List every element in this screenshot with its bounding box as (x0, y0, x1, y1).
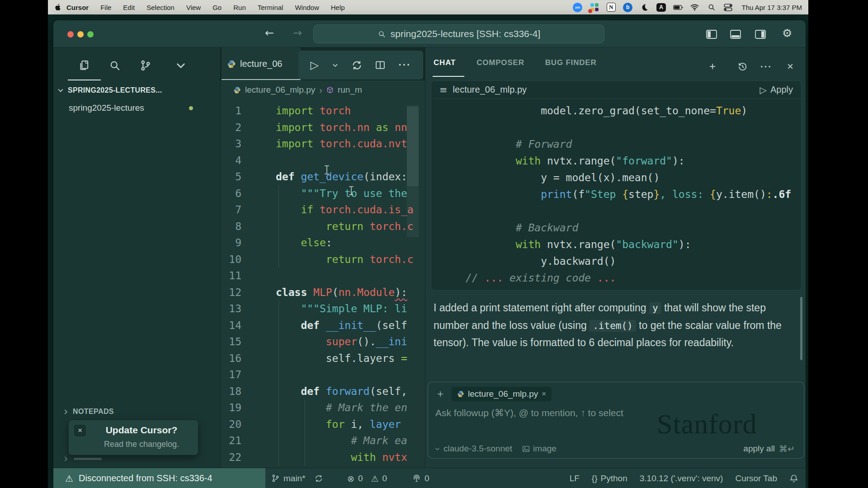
split-editor-icon[interactable] (375, 60, 385, 70)
code-line-21[interactable]: 21# Mark ea (221, 432, 425, 449)
more-views-chevron-icon[interactable] (174, 58, 188, 73)
editor-scrollbar-thumb[interactable] (407, 107, 419, 186)
search-activity-icon[interactable] (108, 58, 122, 73)
toggle-primary-sidebar-icon[interactable] (706, 29, 717, 40)
navigate-forward-button[interactable]: → (293, 27, 302, 39)
cursor-tab-item[interactable]: Cursor Tab (735, 474, 777, 483)
code-line-9[interactable]: 9else: (221, 235, 425, 251)
menu-item-selection[interactable]: Selection (146, 4, 175, 11)
navigate-back-button[interactable]: ← (265, 27, 274, 39)
run-options-chevron-icon[interactable] (332, 62, 339, 69)
chat-input-placeholder[interactable]: Ask followup (⌘Y), @ to mention, ↑ to se… (435, 408, 623, 418)
menu-item-window[interactable]: Window (295, 4, 319, 11)
apple-menu-icon[interactable] (54, 3, 62, 12)
chat-input-box[interactable]: + lecture_06_mlp.py × Ask followup (⌘Y),… (428, 382, 804, 459)
window-minimize-button[interactable] (77, 31, 84, 38)
forwarded-ports-item[interactable]: 0 (412, 468, 429, 488)
code-line-7[interactable]: 7if torch.cuda.is_a (221, 202, 425, 218)
blue-b-app-icon[interactable]: b (623, 2, 633, 12)
chat-close-icon[interactable]: × (784, 61, 796, 72)
run-python-file-icon[interactable]: ▷ (311, 59, 319, 71)
code-line-22[interactable]: 22with nvtx (221, 449, 425, 466)
sync-changes-icon[interactable] (315, 474, 323, 483)
code-line-10[interactable]: 10return torch.c (221, 251, 425, 268)
command-center-search[interactable]: spring2025-lectures [SSH: cs336-4] (313, 24, 604, 43)
notion-icon[interactable]: N (606, 2, 616, 12)
code-line-3[interactable]: 3import torch.cuda.nvt (221, 136, 425, 152)
sidebar-section-collapsed[interactable] (62, 455, 102, 462)
input-source-icon[interactable]: A (656, 2, 666, 12)
menu-item-edit[interactable]: Edit (123, 4, 135, 11)
source-control-icon[interactable] (138, 58, 153, 73)
slack-icon[interactable] (590, 2, 599, 12)
code-line-18[interactable]: 18def forward(self, (221, 383, 425, 400)
spotlight-search-icon[interactable] (707, 2, 717, 12)
toggle-panel-icon[interactable] (730, 29, 741, 40)
menu-item-run[interactable]: Run (233, 4, 246, 11)
code-line-15[interactable]: 15super().__ini (221, 333, 425, 350)
git-branch-item[interactable]: main* (271, 468, 323, 488)
battery-icon[interactable] (673, 2, 683, 12)
focus-moon-icon[interactable] (640, 2, 650, 12)
menu-item-view[interactable]: View (186, 4, 201, 11)
window-close-button[interactable] (67, 31, 74, 38)
code-line-2[interactable]: 2import torch.nn as nn (221, 119, 425, 136)
new-chat-plus-icon[interactable]: + (707, 61, 718, 72)
toggle-secondary-sidebar-icon[interactable] (755, 29, 766, 40)
sidebar-section-notepads[interactable]: NOTEPADS (62, 408, 114, 416)
code-line-11[interactable]: 11 (221, 267, 425, 284)
model-selector[interactable]: claude-3.5-sonnet (434, 444, 512, 454)
code-line-8[interactable]: 8return torch.c (221, 218, 425, 235)
eol-indicator[interactable]: LF (570, 474, 580, 483)
menu-item-go[interactable]: Go (212, 4, 222, 11)
explorer-section-header[interactable]: SPRING2025-LECTURES... (57, 86, 162, 94)
menu-item-file[interactable]: File (100, 4, 111, 11)
tab-chat[interactable]: CHAT (434, 58, 456, 67)
apply-button[interactable]: ▷ Apply (760, 84, 793, 95)
tab-bug-finder[interactable]: BUG FINDER (545, 58, 597, 67)
add-context-plus-icon[interactable]: + (434, 388, 446, 400)
tab-composer[interactable]: COMPOSER (476, 58, 524, 67)
sidebar-item-project-folder[interactable]: spring2025-lectures (53, 102, 221, 114)
compare-changes-icon[interactable] (352, 60, 362, 70)
context-chip-remove-icon[interactable]: × (542, 389, 546, 399)
explorer-files-icon[interactable] (77, 58, 91, 73)
python-interpreter-item[interactable]: 3.10.12 ('.venv': venv) (640, 474, 723, 483)
breadcrumb-symbol[interactable]: run_m (338, 85, 362, 95)
code-line-17[interactable]: 17 (221, 366, 425, 383)
menu-item-terminal[interactable]: Terminal (258, 4, 283, 11)
code-editor[interactable]: 1import torch2import torch.nn as nn3impo… (221, 103, 425, 468)
code-line-4[interactable]: 4 (221, 152, 425, 169)
chat-history-icon[interactable] (736, 61, 748, 72)
language-mode-item[interactable]: {} Python (592, 474, 627, 483)
editor-more-actions-icon[interactable]: ··· (398, 59, 411, 71)
zoom-app-icon[interactable]: zm (573, 2, 583, 12)
notification-close-button[interactable]: × (74, 425, 86, 436)
problems-item[interactable]: ⊗ 0 ⚠ 0 (347, 468, 387, 488)
code-line-19[interactable]: 19# Mark the en (221, 399, 425, 416)
attach-image-button[interactable]: image (522, 444, 557, 454)
settings-gear-icon[interactable]: ⚙ (782, 28, 792, 39)
menubar-clock[interactable]: Thu Apr 17 3:37 PM (742, 4, 802, 11)
menu-item-help[interactable]: Help (331, 4, 345, 11)
control-center-icon[interactable] (723, 2, 733, 12)
code-line-12[interactable]: 12class MLP(nn.Module): (221, 284, 425, 301)
remote-status-item[interactable]: ⚠ Disconnected from SSH: cs336-4 (53, 468, 265, 488)
notifications-bell-icon[interactable] (789, 474, 798, 483)
code-line-13[interactable]: 13"""Simple MLP: li (221, 300, 425, 317)
code-line-1[interactable]: 1import torch (221, 103, 425, 119)
code-line-5[interactable]: 5def get_device(index: (221, 169, 425, 185)
code-line-16[interactable]: 16self.layers = (221, 350, 425, 367)
context-chip-file[interactable]: lecture_06_mlp.py × (452, 387, 552, 401)
editor-tab-lecture-06-mlp[interactable]: lecture_06 (222, 47, 301, 80)
window-maximize-button[interactable] (87, 31, 94, 38)
wifi-icon[interactable] (690, 2, 700, 12)
code-line-14[interactable]: 14def __init__(self (221, 317, 425, 334)
code-line-20[interactable]: 20for i, layer (221, 416, 425, 433)
chat-more-actions-icon[interactable]: ··· (760, 61, 772, 72)
chat-scrollbar-thumb[interactable] (800, 297, 802, 360)
breadcrumb-file[interactable]: lecture_06_mlp.py (245, 85, 315, 95)
notification-changelog-link[interactable]: Read the changelog. (90, 440, 193, 449)
apply-all-button[interactable]: apply all ⌘↵ (743, 444, 795, 454)
code-line-6[interactable]: 6"""Try to use the (221, 185, 425, 202)
